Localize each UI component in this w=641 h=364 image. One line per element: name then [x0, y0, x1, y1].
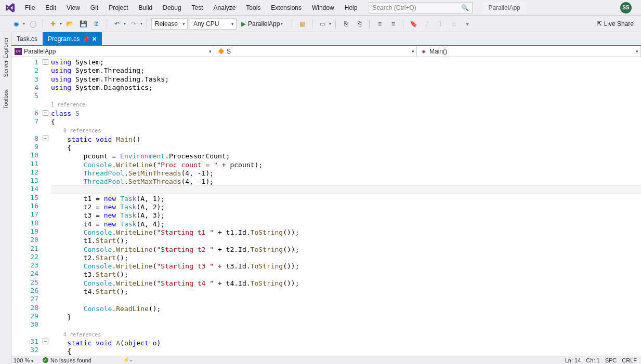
search-icon: 🔍: [461, 4, 469, 11]
solution-platform-dropdown[interactable]: Any CPU: [190, 18, 237, 30]
open-file-icon[interactable]: 📂: [64, 18, 75, 30]
fold-toggle[interactable]: −: [43, 136, 48, 141]
fold-toggle[interactable]: −: [43, 110, 48, 116]
code-editor[interactable]: 1234567891011121314151617181920212223242…: [11, 57, 641, 357]
build-indicator-icon[interactable]: ⚡▾: [123, 357, 132, 363]
search-input[interactable]: Search (Ctrl+Q) 🔍: [369, 2, 473, 14]
menu-extensions[interactable]: Extensions: [266, 2, 307, 14]
editor-status-bar: 100 % ▾ ✓ No issues found ⚡▾ Ln: 14 Ch: …: [11, 356, 641, 364]
fold-toggle[interactable]: −: [43, 339, 48, 344]
tool-icon-7[interactable]: ⎌: [448, 18, 460, 30]
nav-forward-button[interactable]: ◯: [27, 18, 38, 30]
tool-icon-5[interactable]: ⤴: [421, 18, 433, 30]
tool-icon-3[interactable]: ⎘: [340, 18, 351, 30]
menu-help[interactable]: Help: [339, 2, 363, 14]
method-selector[interactable]: ◈ Main(): [417, 46, 641, 57]
close-tab-icon[interactable]: ✕: [92, 36, 97, 43]
visual-studio-logo-icon: [3, 3, 18, 13]
class-selector[interactable]: 🔶 S: [214, 46, 417, 57]
bookmark-icon[interactable]: 🔖: [408, 18, 419, 30]
standard-toolbar: ◉▾ ◯ ✚▾ 📂 💾 🗎 ↶▾ ↷▾ Release Any CPU ▶ Pa…: [0, 16, 641, 32]
document-tabs: Task.cs Program.cs 📌 ✕: [11, 32, 641, 46]
search-placeholder: Search (Ctrl+Q): [372, 4, 416, 11]
live-share-icon: ⇱: [597, 20, 602, 28]
new-project-icon[interactable]: ✚: [47, 18, 59, 30]
menu-debug[interactable]: Debug: [158, 2, 186, 14]
tool-icon-2[interactable]: ▭: [317, 18, 328, 30]
code-content[interactable]: using System; using System.Threading; us…: [51, 57, 641, 357]
menu-test[interactable]: Test: [187, 2, 208, 14]
toolbar-overflow-icon[interactable]: ▾: [462, 18, 473, 30]
csharp-project-icon: C#: [15, 48, 22, 55]
fold-toggle[interactable]: −: [43, 59, 48, 65]
method-icon: ◈: [420, 48, 427, 55]
server-explorer-tab[interactable]: Server Explorer: [2, 35, 10, 79]
menu-file[interactable]: File: [20, 2, 40, 14]
menu-git[interactable]: Git: [85, 2, 103, 14]
undo-icon[interactable]: ↶: [111, 18, 123, 30]
menu-build[interactable]: Build: [134, 2, 158, 14]
tab-task-cs[interactable]: Task.cs: [11, 32, 43, 45]
solution-name[interactable]: ParallelApp: [483, 2, 525, 14]
redo-icon[interactable]: ↷: [128, 18, 139, 30]
class-icon: 🔶: [217, 48, 225, 55]
toolbox-tab[interactable]: Toolbox: [2, 87, 10, 111]
nav-back-button[interactable]: ◉: [10, 18, 22, 30]
code-navigation-bar: C# ParallelApp 🔶 S ◈ Main(): [11, 46, 641, 57]
ok-check-icon: ✓: [43, 357, 48, 363]
left-side-panel: Server Explorer Toolbox: [0, 32, 11, 364]
line-number-gutter: 1234567891011121314151617181920212223242…: [11, 57, 43, 357]
outdent-icon[interactable]: ≡: [374, 18, 385, 30]
tool-icon-6[interactable]: ⤵: [435, 18, 446, 30]
tab-program-cs[interactable]: Program.cs 📌 ✕: [43, 32, 102, 45]
tool-icon-1[interactable]: ▦: [296, 18, 308, 30]
user-avatar[interactable]: SS: [620, 2, 632, 14]
solution-config-dropdown[interactable]: Release: [151, 18, 188, 30]
tool-icon-4[interactable]: ⎗: [354, 18, 365, 30]
live-share-button[interactable]: ⇱ Live Share: [597, 20, 634, 28]
play-icon: ▶: [241, 20, 246, 28]
save-all-icon[interactable]: 🗎: [91, 18, 102, 30]
menu-bar: FileEditViewGitProjectBuildDebugTestAnal…: [0, 0, 641, 16]
save-icon[interactable]: 💾: [77, 18, 89, 30]
indent-mode[interactable]: SPC: [605, 357, 617, 363]
start-debug-button[interactable]: ▶ ParallelApp ▾: [239, 18, 287, 30]
issues-indicator[interactable]: ✓ No issues found: [38, 357, 91, 363]
fold-column: −−−−: [43, 57, 50, 357]
line-ending[interactable]: CRLF: [622, 357, 637, 363]
indent-icon[interactable]: ≡: [387, 18, 399, 30]
menu-analyze[interactable]: Analyze: [208, 2, 241, 14]
menu-tools[interactable]: Tools: [241, 2, 266, 14]
cursor-line: Ln: 14: [565, 357, 581, 363]
menu-window[interactable]: Window: [307, 2, 339, 14]
menu-project[interactable]: Project: [103, 2, 133, 14]
menu-view[interactable]: View: [61, 2, 85, 14]
cursor-char: Ch: 1: [586, 357, 599, 363]
project-selector[interactable]: C# ParallelApp: [11, 46, 214, 57]
zoom-level[interactable]: 100 % ▾: [11, 357, 38, 363]
pin-icon[interactable]: 📌: [83, 36, 89, 42]
menu-edit[interactable]: Edit: [40, 2, 61, 14]
